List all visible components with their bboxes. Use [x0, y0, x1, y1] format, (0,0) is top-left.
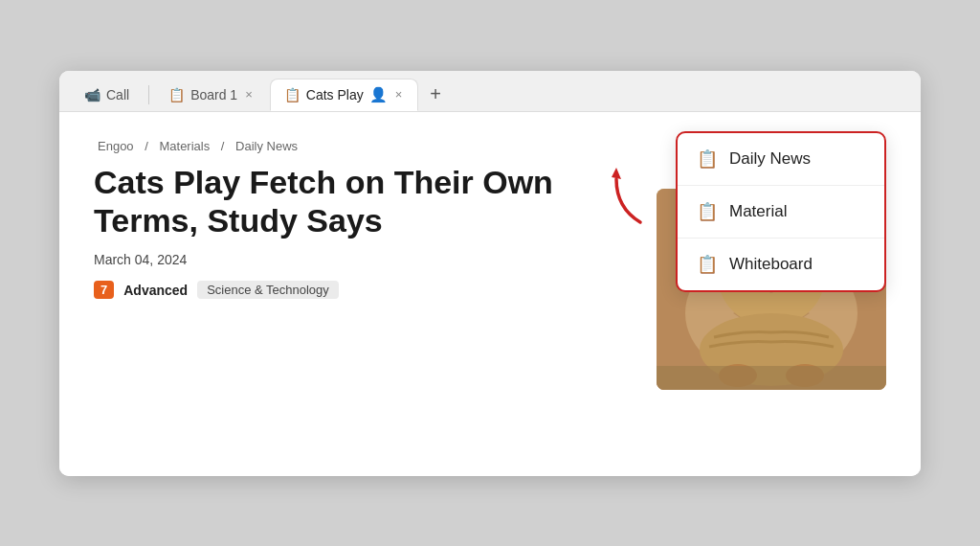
dropdown-item-whiteboard[interactable]: 📋 Whiteboard [678, 239, 884, 290]
arrow-svg [588, 160, 664, 237]
dropdown-item-daily-news-label: Daily News [729, 149, 811, 169]
main-content: Engoo / Materials / Daily News Cats Play… [59, 112, 921, 476]
tag-pill: Science & Technology [197, 281, 339, 299]
level-badge: 7 [94, 281, 114, 299]
breadcrumb-item-3: Daily News [235, 139, 298, 153]
material-icon: 📋 [697, 201, 718, 222]
call-icon: 📹 [84, 87, 100, 102]
tab-board1-label: Board 1 [190, 87, 237, 102]
tab-catsplay-close[interactable]: × [393, 87, 405, 102]
tab-board1[interactable]: 📋 Board 1 × [155, 80, 268, 109]
tab-catsplay[interactable]: 📋 Cats Play 👤 × [270, 79, 419, 111]
tab-call[interactable]: 📹 Call [71, 80, 143, 109]
breadcrumb-sep-2: / [221, 139, 225, 153]
arrow-annotation [588, 160, 664, 240]
tab-user-icon: 👤 [369, 86, 388, 103]
dropdown-item-daily-news[interactable]: 📋 Daily News [678, 133, 884, 186]
dropdown-item-material[interactable]: 📋 Material [678, 186, 884, 239]
whiteboard-icon: 📋 [697, 254, 718, 275]
board-icon: 📋 [168, 87, 185, 102]
svg-rect-27 [657, 366, 886, 390]
daily-news-icon: 📋 [697, 148, 718, 170]
svg-marker-28 [612, 168, 621, 179]
tab-bar: 📹 Call 📋 Board 1 × 📋 Cats Play 👤 × + [59, 71, 921, 112]
tab-call-label: Call [106, 87, 129, 102]
level-label: Advanced [123, 283, 188, 298]
tab-add-button[interactable]: + [420, 80, 451, 109]
dropdown-menu: 📋 Daily News 📋 Material 📋 Whiteboard [676, 131, 886, 292]
dropdown-item-whiteboard-label: Whiteboard [729, 255, 813, 274]
article-title: Cats Play Fetch on Their Own Terms, Stud… [94, 163, 649, 241]
breadcrumb-item-2: Materials [159, 139, 210, 153]
catsplay-icon: 📋 [284, 87, 301, 102]
breadcrumb-sep-1: / [145, 139, 148, 153]
tab-board1-close[interactable]: × [243, 87, 255, 102]
browser-window: 📹 Call 📋 Board 1 × 📋 Cats Play 👤 × + Eng… [59, 71, 921, 476]
dropdown-item-material-label: Material [729, 202, 787, 221]
tab-divider-1 [148, 85, 149, 104]
tab-catsplay-label: Cats Play [306, 87, 364, 102]
breadcrumb-item-1: Engoo [98, 139, 134, 153]
